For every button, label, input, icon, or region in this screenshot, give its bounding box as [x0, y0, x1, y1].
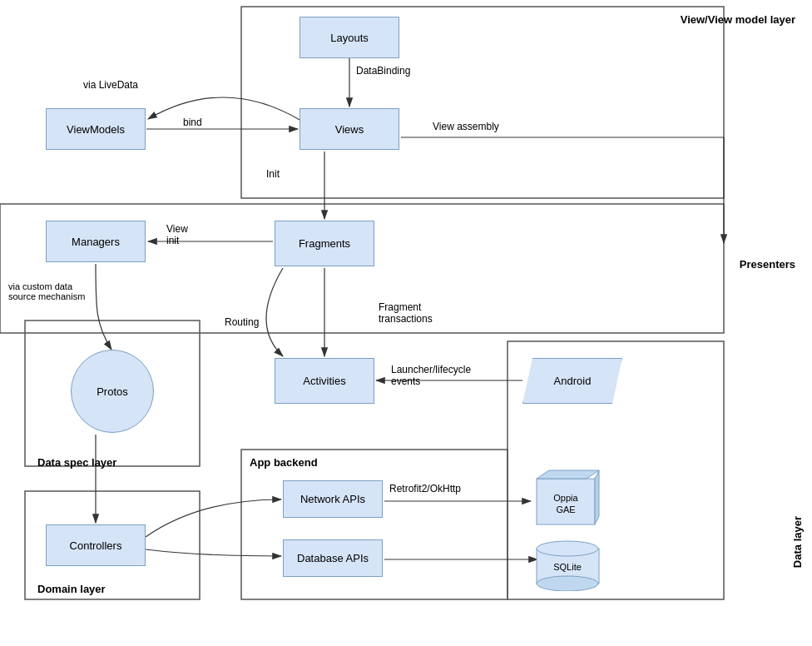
svg-text:SQLite: SQLite	[553, 562, 582, 572]
activities-box: Activities	[275, 358, 374, 404]
svg-text:Oppia: Oppia	[553, 493, 578, 503]
svg-point-26	[537, 541, 598, 556]
presenters-label: Presenters	[740, 258, 795, 271]
fragments-box: Fragments	[275, 221, 374, 266]
init-label: Init	[266, 168, 280, 180]
routing-label: Routing	[225, 316, 259, 328]
managers-box: Managers	[46, 221, 146, 262]
view-init-label: Viewinit	[166, 223, 188, 246]
network-apis-box: Network APIs	[283, 480, 383, 518]
diagram-container: View/View model layer Presenters Data la…	[0, 0, 812, 646]
retrofit-label: Retrofit2/OkHttp	[389, 483, 461, 494]
protos-circle: Protos	[71, 350, 154, 433]
svg-rect-4	[241, 450, 508, 599]
svg-point-25	[537, 576, 598, 591]
android-box: Android	[522, 358, 622, 404]
viewmodels-box: ViewModels	[46, 108, 146, 150]
controllers-box: Controllers	[46, 524, 146, 566]
launcher-label: Launcher/lifecycleevents	[391, 364, 471, 387]
via-livedata-label: via LiveData	[83, 79, 138, 91]
svg-marker-20	[537, 470, 599, 479]
bind-label: bind	[183, 117, 202, 128]
domain-label: Domain layer	[37, 583, 106, 595]
svg-marker-21	[595, 470, 599, 524]
via-custom-label: via custom datasource mechanism	[8, 281, 85, 301]
databinding-label: DataBinding	[356, 65, 410, 77]
sqlite-cylinder: SQLite	[532, 537, 603, 591]
layouts-box: Layouts	[300, 17, 399, 58]
svg-text:GAE: GAE	[556, 504, 575, 514]
view-viewmodel-label: View/View model layer	[681, 13, 795, 26]
oppia-gae-box: Oppia GAE	[528, 466, 607, 529]
data-layer-label: Data layer	[791, 516, 804, 568]
fragment-transactions-label: Fragmenttransactions	[379, 301, 433, 325]
view-assembly-label: View assembly	[433, 121, 499, 132]
data-spec-label: Data spec layer	[37, 456, 116, 469]
app-backend-label: App backend	[250, 456, 318, 469]
views-box: Views	[300, 108, 399, 150]
database-apis-box: Database APIs	[283, 539, 383, 577]
